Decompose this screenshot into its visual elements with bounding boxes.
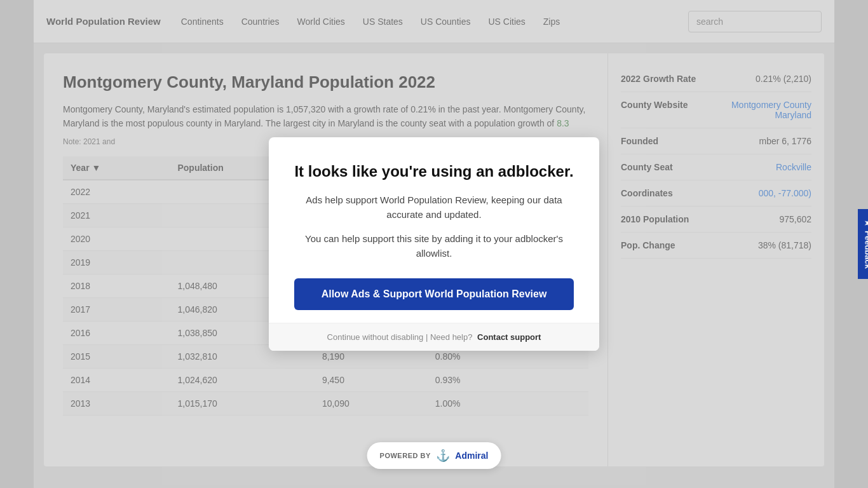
modal-desc1: Ads help support World Population Review… <box>294 193 574 222</box>
powered-by-text: POWERED BY <box>380 452 431 459</box>
modal-backdrop: It looks like you're using an adblocker.… <box>0 0 868 488</box>
admiral-name: Admiral <box>455 451 488 461</box>
need-help-text: Need help? <box>430 332 473 342</box>
admiral-logo-icon: ⚓ <box>436 449 451 463</box>
feedback-label: Feedback <box>864 231 869 269</box>
allow-ads-button[interactable]: Allow Ads & Support World Population Rev… <box>294 278 574 310</box>
feedback-tab[interactable]: ★ Feedback <box>858 209 869 279</box>
modal-desc2: You can help support this site by adding… <box>294 232 574 261</box>
modal-title: It looks like you're using an adblocker. <box>294 163 574 180</box>
admiral-badge: POWERED BY ⚓ Admiral <box>367 442 501 469</box>
continue-text[interactable]: Continue without disabling <box>327 332 424 342</box>
adblock-modal: It looks like you're using an adblocker.… <box>269 137 599 351</box>
feedback-icon: ★ <box>864 219 869 227</box>
contact-support-link[interactable]: Contact support <box>477 332 541 342</box>
footer-separator: | <box>426 332 430 342</box>
modal-footer: Continue without disabling | Need help? … <box>269 323 599 351</box>
